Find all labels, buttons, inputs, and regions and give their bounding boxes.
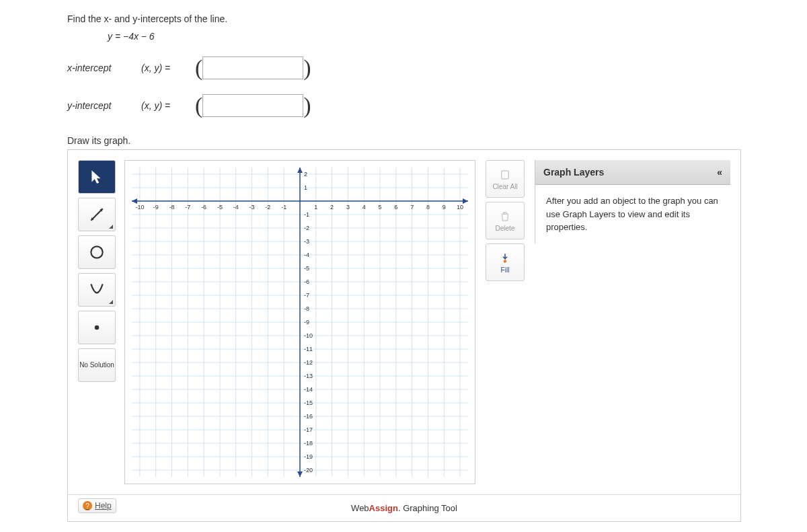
- svg-text:2: 2: [330, 204, 334, 211]
- line-icon: [88, 206, 106, 223]
- y-intercept-input[interactable]: [202, 94, 303, 117]
- trash-icon: [498, 210, 512, 223]
- svg-text:-14: -14: [304, 386, 313, 393]
- svg-text:-10: -10: [135, 204, 144, 211]
- action-toolbar: Clear All Delete Fill: [486, 160, 525, 281]
- open-paren: (: [195, 55, 202, 81]
- help-link[interactable]: ? Help: [78, 498, 116, 513]
- parabola-tool[interactable]: [78, 273, 116, 307]
- help-icon: ?: [83, 501, 92, 510]
- svg-marker-54: [297, 471, 303, 477]
- svg-text:3: 3: [346, 204, 350, 211]
- svg-text:-5: -5: [217, 204, 223, 211]
- svg-text:7: 7: [410, 204, 414, 211]
- svg-text:-18: -18: [304, 440, 313, 447]
- footer-brand: WebAssign. Graphing Tool: [68, 494, 740, 521]
- no-solution-tool[interactable]: No Solution: [78, 348, 116, 382]
- delete-button[interactable]: Delete: [486, 202, 525, 239]
- close-paren: ): [303, 55, 311, 81]
- svg-text:-8: -8: [169, 204, 175, 211]
- graphing-tool: No Solution -10-9-8-7-6-5-4-3-2-11234567…: [67, 149, 741, 522]
- svg-text:9: 9: [443, 204, 446, 211]
- svg-text:-4: -4: [233, 204, 239, 211]
- open-paren: (: [195, 93, 202, 118]
- pointer-tool[interactable]: [78, 160, 116, 194]
- fill-button[interactable]: Fill: [486, 243, 525, 281]
- parabola-icon: [88, 281, 106, 299]
- svg-rect-97: [502, 171, 509, 179]
- svg-text:-15: -15: [304, 400, 313, 406]
- question-prompt: Find the x- and y-intercepts of the line…: [67, 13, 740, 24]
- graph-layers-panel: Graph Layers « After you add an object t…: [535, 160, 730, 243]
- svg-text:5: 5: [379, 204, 382, 211]
- x-intercept-input[interactable]: [202, 56, 303, 79]
- svg-text:1: 1: [304, 184, 307, 191]
- xy-equals: (x, y) =: [141, 63, 195, 73]
- x-intercept-row: x-intercept (x, y) = ( ): [67, 55, 740, 81]
- pointer-icon: [88, 168, 106, 186]
- svg-text:-7: -7: [304, 292, 309, 299]
- clear-all-button[interactable]: Clear All: [486, 160, 525, 198]
- svg-text:6: 6: [394, 204, 397, 211]
- svg-text:4: 4: [362, 204, 366, 211]
- svg-point-4: [95, 326, 100, 330]
- collapse-icon[interactable]: «: [717, 167, 722, 178]
- svg-point-98: [504, 260, 507, 263]
- svg-text:-2: -2: [304, 225, 309, 231]
- clear-all-label: Clear All: [492, 183, 517, 190]
- graph-layers-header: Graph Layers «: [535, 160, 730, 185]
- svg-text:-9: -9: [153, 204, 159, 211]
- clear-icon: [498, 168, 512, 182]
- close-paren: ): [303, 93, 311, 118]
- graph-canvas[interactable]: -10-9-8-7-6-5-4-3-2-11234567891021-1-2-3…: [124, 160, 475, 484]
- help-label: Help: [95, 501, 112, 510]
- svg-text:-17: -17: [304, 426, 313, 433]
- svg-text:10: 10: [457, 204, 463, 211]
- tool-toolbar: No Solution: [78, 160, 114, 382]
- svg-marker-51: [132, 198, 137, 204]
- svg-text:8: 8: [426, 204, 430, 211]
- point-tool[interactable]: [78, 311, 116, 344]
- xy-equals: (x, y) =: [141, 100, 195, 111]
- x-intercept-label: x-intercept: [67, 63, 141, 73]
- svg-text:-5: -5: [304, 265, 309, 272]
- svg-text:1: 1: [314, 204, 317, 211]
- line-tool[interactable]: [78, 198, 116, 231]
- circle-icon: [88, 243, 106, 261]
- delete-label: Delete: [496, 225, 515, 232]
- svg-text:-12: -12: [304, 359, 313, 366]
- svg-text:2: 2: [304, 171, 307, 178]
- svg-text:-16: -16: [304, 413, 313, 420]
- graph-layers-body: After you add an object to the graph you…: [535, 185, 730, 243]
- point-icon: [88, 319, 106, 336]
- svg-point-3: [91, 246, 102, 258]
- svg-text:-19: -19: [304, 453, 313, 460]
- svg-text:-6: -6: [201, 204, 206, 211]
- y-intercept-label: y-intercept: [67, 100, 141, 111]
- svg-text:-9: -9: [304, 319, 309, 326]
- svg-text:-3: -3: [249, 204, 255, 211]
- fill-icon: [498, 252, 512, 265]
- svg-text:-3: -3: [304, 238, 309, 245]
- equation: y = −4x − 6: [108, 31, 740, 42]
- draw-graph-label: Draw its graph.: [67, 135, 740, 146]
- circle-tool[interactable]: [78, 235, 116, 269]
- fill-label: Fill: [501, 266, 510, 274]
- svg-text:-10: -10: [304, 332, 313, 339]
- svg-text:-20: -20: [304, 467, 313, 473]
- svg-marker-50: [463, 198, 468, 204]
- svg-text:-4: -4: [304, 252, 309, 258]
- svg-text:-8: -8: [304, 305, 309, 312]
- svg-text:-7: -7: [185, 204, 190, 211]
- y-intercept-row: y-intercept (x, y) = ( ): [67, 93, 740, 118]
- svg-text:-6: -6: [304, 278, 309, 285]
- svg-text:-1: -1: [304, 211, 309, 218]
- svg-text:-13: -13: [304, 373, 313, 379]
- svg-text:-2: -2: [265, 204, 270, 211]
- svg-text:-11: -11: [304, 346, 313, 352]
- svg-marker-53: [297, 167, 303, 173]
- svg-text:-1: -1: [281, 204, 286, 211]
- graph-layers-title: Graph Layers: [543, 167, 604, 178]
